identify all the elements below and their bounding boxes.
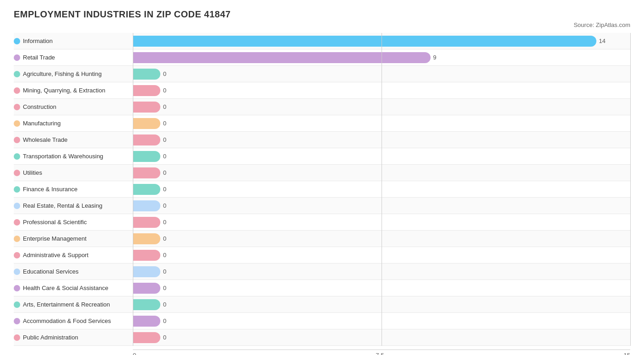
bar-color-circle [14,54,20,61]
bar-color-circle [14,318,20,324]
bar-label: Manufacturing [14,120,133,127]
bar-label-text: Finance & Insurance [23,186,77,193]
bar-value-label: 0 [163,301,166,308]
bar-label-text: Mining, Quarrying, & Extraction [23,87,105,94]
bar-container: 0 [133,283,630,294]
bar-label-text: Utilities [23,169,42,176]
bar-value-label: 0 [163,235,166,242]
bar-container: 14 [133,36,630,47]
bar-value-label: 0 [163,202,166,209]
bar-value-label: 0 [163,153,166,160]
bar-label-text: Real Estate, Rental & Leasing [23,202,102,209]
bar-row: Mining, Quarrying, & Extraction0 [14,82,630,99]
bar-container: 0 [133,250,630,261]
bar-value-label: 0 [163,169,166,176]
bar-label: Wholesale Trade [14,136,133,143]
bar-label-text: Professional & Scientific [23,219,87,226]
bar-container: 0 [133,266,630,277]
bar-color-circle [14,269,20,275]
bar-label-text: Transportation & Warehousing [23,153,103,160]
bar-fill [133,200,160,211]
bar-label-text: Educational Services [23,268,78,275]
bar-value-label: 0 [163,103,166,110]
bar-label-text: Enterprise Management [23,235,87,242]
bar-container: 0 [133,69,630,80]
grid-line-2 [630,33,631,346]
bar-fill [133,151,160,162]
bar-fill [133,184,160,195]
bar-fill [133,283,160,294]
bar-label-text: Manufacturing [23,120,60,127]
bar-row: Administrative & Support0 [14,247,630,264]
chart-body: Information14Retail Trade9Agriculture, F… [14,33,630,346]
bar-container: 0 [133,167,630,178]
bar-label: Administrative & Support [14,252,133,258]
bar-color-circle [14,170,20,176]
bar-color-circle [14,38,20,44]
bar-row: Arts, Entertainment & Recreation0 [14,296,630,313]
bar-label-text: Accommodation & Food Services [23,317,111,324]
bar-label: Health Care & Social Assistance [14,285,133,291]
bar-color-circle [14,137,20,143]
bar-row: Educational Services0 [14,264,630,280]
bar-label-text: Construction [23,103,56,110]
bar-label: Professional & Scientific [14,219,133,226]
bar-color-circle [14,71,20,77]
bar-row: Accommodation & Food Services0 [14,313,630,329]
bar-value-label: 0 [163,120,166,127]
bar-color-circle [14,104,20,110]
bar-container: 0 [133,102,630,113]
bar-row: Health Care & Social Assistance0 [14,280,630,296]
bar-label: Information [14,38,133,44]
x-axis-max: 15 [624,352,630,355]
bar-label: Finance & Insurance [14,186,133,193]
bar-label-text: Wholesale Trade [23,136,68,143]
bar-fill [133,217,160,228]
bar-row: Public Administration0 [14,329,630,346]
bar-label-text: Health Care & Social Assistance [23,285,108,291]
bar-row: Real Estate, Rental & Leasing0 [14,198,630,214]
bar-fill [133,52,431,63]
chart-area: Information14Retail Trade9Agriculture, F… [14,33,630,355]
bar-fill [133,167,160,178]
bar-row: Utilities0 [14,165,630,181]
bar-label: Enterprise Management [14,235,133,242]
bar-value-label: 0 [163,186,166,193]
bar-value-label: 14 [599,38,606,44]
bar-color-circle [14,219,20,226]
bar-label: Transportation & Warehousing [14,153,133,160]
bar-label-text: Information [23,38,53,44]
bar-row: Information14 [14,33,630,49]
bar-fill [133,250,160,261]
bar-label: Retail Trade [14,54,133,61]
bar-color-circle [14,203,20,209]
bar-fill [133,69,160,80]
bar-label-text: Retail Trade [23,54,55,61]
bar-value-label: 0 [163,219,166,226]
x-axis-labels: 0 7.5 15 [133,350,630,355]
bar-label: Accommodation & Food Services [14,317,133,324]
x-axis-mid: 7.5 [376,352,384,355]
chart-title: EMPLOYMENT INDUSTRIES IN ZIP CODE 41847 [14,9,630,20]
bar-row: Finance & Insurance0 [14,181,630,198]
bar-row: Construction0 [14,99,630,115]
bar-color-circle [14,334,20,341]
bar-container: 0 [133,184,630,195]
bar-fill [133,266,160,277]
bar-container: 0 [133,299,630,310]
bar-label: Real Estate, Rental & Leasing [14,202,133,209]
bar-row: Enterprise Management0 [14,231,630,247]
bar-color-circle [14,186,20,193]
bar-value-label: 0 [163,334,166,341]
bar-value-label: 0 [163,317,166,324]
bar-fill [133,134,160,145]
bar-value-label: 0 [163,136,166,143]
bar-fill [133,118,160,129]
bar-fill [133,102,160,113]
bar-fill [133,233,160,244]
x-axis-min: 0 [133,352,136,355]
bar-row: Retail Trade9 [14,49,630,66]
bar-color-circle [14,87,20,94]
bar-fill [133,316,160,327]
bar-row: Manufacturing0 [14,115,630,132]
